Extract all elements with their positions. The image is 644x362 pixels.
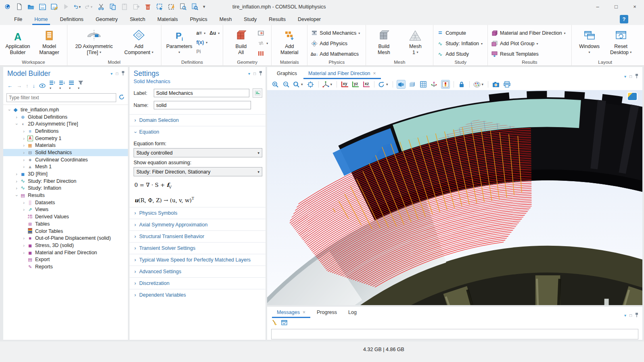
- node-sections-icon[interactable]: ▾: [69, 80, 74, 91]
- chevron-down-icon[interactable]: ›: [15, 193, 19, 199]
- chevron-down-icon[interactable]: ›: [15, 121, 19, 127]
- undo-icon[interactable]: ▾: [73, 3, 82, 11]
- maximize-button[interactable]: □: [607, 0, 625, 13]
- chevron-right-icon[interactable]: ›: [21, 243, 27, 248]
- chevron-right-icon[interactable]: ›: [21, 136, 27, 141]
- section-physics-symbols[interactable]: ›Physics Symbols: [130, 207, 266, 219]
- zoom-extents-icon[interactable]: [307, 80, 315, 88]
- build-all-geometry-button[interactable]: BuildAll: [226, 27, 255, 55]
- close-tab-icon[interactable]: ×: [373, 71, 376, 76]
- close-button[interactable]: ×: [625, 0, 644, 13]
- clear-messages-icon[interactable]: [272, 320, 278, 327]
- color-legend-icon[interactable]: [441, 80, 450, 89]
- section-typical-wave-speed-for-perfectly-matched-layers[interactable]: ›Typical Wave Speed for Perfectly Matche…: [130, 254, 266, 266]
- chevron-right-icon[interactable]: ›: [21, 236, 27, 241]
- axisymmetric-button[interactable]: 2D Axisymmetric[Tire] ▾: [71, 27, 117, 55]
- tree-item-definitions[interactable]: ›≡Definitions: [3, 128, 128, 135]
- float-icon[interactable]: □: [253, 71, 256, 76]
- collapse-all-icon[interactable]: ▾: [59, 80, 65, 91]
- mesh1-button[interactable]: Mesh1 ▾: [401, 27, 430, 55]
- delete-icon[interactable]: [144, 3, 152, 11]
- show-icon[interactable]: [39, 84, 46, 88]
- tree-item-results[interactable]: ›▤Results: [3, 192, 128, 199]
- add-mathematics-button[interactable]: Δu↓ Add Mathematics: [311, 50, 360, 58]
- section-transient-solver-settings[interactable]: ›Transient Solver Settings: [130, 243, 266, 254]
- add-component-button[interactable]: AddComponent ▾: [120, 27, 158, 55]
- toolbar-overflow-icon[interactable]: ▾: [202, 4, 206, 9]
- add-plot-group-button[interactable]: Add Plot Group▾: [491, 40, 566, 48]
- tree-item-study-fiber-direction[interactable]: ›∿Study: Fiber Direction: [3, 178, 128, 185]
- chevron-right-icon[interactable]: ›: [21, 157, 27, 162]
- tab-log[interactable]: Log: [343, 308, 362, 318]
- graphics-canvas[interactable]: [267, 90, 642, 305]
- study-inflation-button[interactable]: ∿ Study: Inflation▾: [437, 40, 483, 48]
- chevron-right-icon[interactable]: ›: [14, 115, 19, 119]
- redo-icon[interactable]: ▾: [85, 3, 93, 11]
- reset-desktop-button[interactable]: ResetDesktop ▾: [606, 27, 636, 55]
- tree-item-reports[interactable]: ›✎Reports: [3, 263, 128, 270]
- panel-menu-icon[interactable]: ▾: [111, 71, 113, 76]
- virtual-operations-icon[interactable]: [258, 49, 268, 57]
- parameters-button[interactable]: Pi Parameters▾: [165, 27, 194, 55]
- back-icon[interactable]: ←: [7, 83, 13, 89]
- add-study-button[interactable]: ∿ Add Study: [437, 50, 483, 58]
- chevron-right-icon[interactable]: ›: [21, 207, 27, 212]
- application-builder-button[interactable]: A ApplicationBuilder: [3, 27, 32, 55]
- message-settings-icon[interactable]: [281, 320, 287, 326]
- chevron-right-icon[interactable]: ›: [21, 250, 27, 255]
- tab-progress[interactable]: Progress: [312, 308, 342, 318]
- menu-tab-geometry[interactable]: Geometry: [90, 13, 124, 25]
- material-fiber-direction-button[interactable]: Material and Fiber Direction▾: [491, 29, 566, 37]
- forward-icon[interactable]: →: [17, 83, 22, 89]
- chevron-right-icon[interactable]: ›: [14, 179, 19, 184]
- tree-item-global-definitions[interactable]: ›⊕Global Definitions: [3, 113, 128, 121]
- view-yz-icon[interactable]: yz: [351, 80, 360, 88]
- zoom-out-icon[interactable]: [282, 80, 290, 88]
- tree-item-mesh-1[interactable]: ›▲Mesh 1: [3, 163, 128, 171]
- save-as-icon[interactable]: [50, 3, 58, 11]
- name-field[interactable]: [154, 101, 251, 109]
- chevron-right-icon[interactable]: ›: [14, 186, 19, 190]
- rotate-view-icon[interactable]: ▾: [378, 80, 389, 88]
- chevron-right-icon[interactable]: ›: [21, 143, 27, 148]
- float-icon[interactable]: □: [629, 74, 632, 79]
- transparency-icon[interactable]: [408, 80, 416, 88]
- float-icon[interactable]: □: [116, 71, 118, 76]
- help-button[interactable]: ?: [620, 15, 628, 23]
- menu-tab-sketch[interactable]: Sketch: [124, 13, 151, 25]
- chevron-down-icon[interactable]: ›: [7, 107, 12, 113]
- functions-button[interactable]: f(x)▾: [197, 38, 220, 46]
- model-manager-button[interactable]: ModelManager: [35, 27, 64, 55]
- panel-menu-icon[interactable]: ▾: [624, 74, 626, 79]
- tree-item-out-of-plane-displacement-solid[interactable]: ›■Out-of-Plane Displacement (solid): [3, 234, 128, 242]
- deselect-box-icon[interactable]: [167, 3, 175, 11]
- section-advanced-settings[interactable]: ›Advanced Settings: [130, 266, 266, 277]
- tree-item-3d-rim[interactable]: ›◼3D [Rim]: [3, 170, 128, 178]
- plot-thumbnail-button[interactable]: [628, 93, 637, 100]
- scene-appearance-icon[interactable]: ▾: [473, 80, 485, 88]
- duplicate-icon[interactable]: [132, 3, 140, 11]
- label-field[interactable]: [154, 89, 249, 97]
- add-physics-button[interactable]: Add Physics: [311, 40, 360, 48]
- add-material-button[interactable]: AddMaterial: [275, 27, 304, 55]
- menu-tab-study[interactable]: Study: [238, 13, 263, 25]
- pin-icon[interactable]: [635, 74, 638, 79]
- compute-button[interactable]: = Compute: [437, 29, 483, 37]
- move-up-icon[interactable]: ↑: [26, 83, 29, 89]
- equation-form-select[interactable]: Study controlled▾: [134, 148, 262, 157]
- tab-material-and-fiber-direction[interactable]: Material and Fiber Direction×: [303, 69, 381, 79]
- print-icon[interactable]: [503, 80, 511, 88]
- tree-item-geometry-1[interactable]: ›AGeometry 1: [3, 135, 128, 142]
- zoom-in-icon[interactable]: [271, 80, 279, 88]
- view-xy-icon[interactable]: xy: [341, 80, 349, 88]
- section-structural-transient-behavior[interactable]: ›Structural Transient Behavior: [130, 231, 266, 242]
- rename-button[interactable]: [253, 88, 262, 98]
- new-file-icon[interactable]: [15, 3, 23, 11]
- pin-icon[interactable]: [121, 71, 125, 76]
- pin-icon[interactable]: [259, 71, 262, 76]
- tree-filter-input[interactable]: [6, 93, 116, 102]
- float-icon[interactable]: □: [629, 313, 632, 318]
- section-equation[interactable]: › Equation: [130, 126, 266, 138]
- lock-icon[interactable]: [458, 80, 466, 88]
- tree-item-solid-mechanics[interactable]: ›⊟Solid Mechanics: [3, 149, 128, 156]
